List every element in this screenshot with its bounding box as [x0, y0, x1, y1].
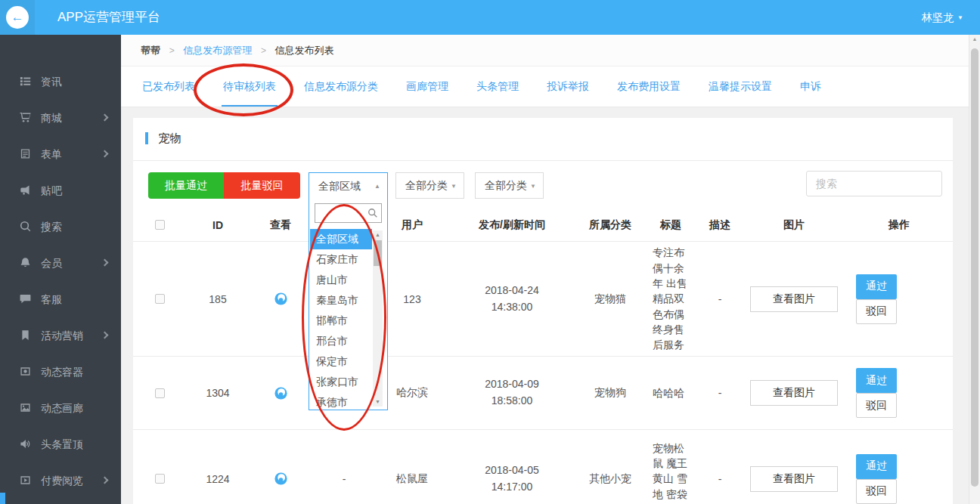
cell-user: 哈尔滨 — [396, 386, 428, 400]
tab-complaints[interactable]: 投诉举报 — [545, 66, 591, 107]
region-option[interactable]: 全部区域 — [310, 229, 372, 249]
region-option[interactable]: 保定市 — [310, 351, 372, 372]
scroll-up-icon[interactable]: ▲ — [373, 230, 383, 240]
tab-published-list[interactable]: 已发布列表 — [141, 66, 197, 107]
sidebar-item-support[interactable]: 客服 — [0, 281, 121, 317]
section-accent-bar — [145, 132, 148, 144]
tab-appeal[interactable]: 申诉 — [799, 66, 823, 107]
speaker-icon — [20, 438, 31, 450]
sidebar-item-paid-reading[interactable]: 付费阅览 — [0, 462, 121, 499]
search-icon — [20, 221, 31, 232]
dropdown-scrollbar[interactable]: ▲ ▼ — [373, 230, 383, 407]
tab-tips-settings[interactable]: 温馨提示设置 — [707, 66, 774, 107]
chevron-right-icon — [101, 477, 109, 484]
row-checkbox[interactable] — [155, 388, 165, 398]
category-filter-2[interactable]: 全部分类 ▼ — [475, 172, 544, 199]
sidebar-item-members[interactable]: 会员 — [0, 245, 121, 281]
region-option[interactable]: 邢台市 — [310, 331, 372, 351]
breadcrumb-link-parent[interactable]: 信息发布源管理 — [183, 45, 252, 56]
sidebar-item-label: 活动营销 — [41, 329, 83, 342]
sidebar-item-headline-pin[interactable]: 头条置顶 — [0, 426, 121, 462]
tab-fee-settings[interactable]: 发布费用设置 — [616, 66, 682, 107]
cell-actions: 通过 驳回 — [845, 454, 897, 504]
reject-button[interactable]: 驳回 — [856, 393, 897, 418]
cell-desc: - — [718, 473, 722, 485]
sidebar-scroll-indicator — [0, 493, 5, 504]
tab-pending-review[interactable]: 待审核列表 — [222, 66, 278, 107]
sidebar-item-dynamic-gallery[interactable]: 动态画廊 — [0, 390, 121, 426]
sidebar-item-label: 会员 — [41, 257, 62, 269]
approve-button[interactable]: 通过 — [856, 368, 897, 393]
sidebar-item-label: 动态容器 — [41, 366, 83, 378]
sidebar-item-label: 动态画廊 — [41, 402, 83, 414]
reject-button[interactable]: 驳回 — [856, 299, 897, 324]
region-option[interactable]: 张家口市 — [310, 372, 372, 392]
sidebar-item-search[interactable]: 搜索 — [0, 209, 121, 245]
region-option[interactable]: 秦皇岛市 — [310, 290, 372, 311]
row-checkbox[interactable] — [155, 474, 165, 484]
col-desc: 描述 — [709, 218, 730, 232]
reject-button[interactable]: 驳回 — [856, 479, 897, 504]
region-filter[interactable]: 全部区域 ▲ — [309, 173, 387, 199]
batch-approve-button[interactable]: 批量通过 — [148, 172, 224, 199]
approve-button[interactable]: 通过 — [856, 274, 897, 299]
scrollbar-thumb[interactable] — [971, 48, 978, 487]
review-table: ID 查看 用户 发布/刷新时间 所属分类 标题 描述 图片 操作 185 12… — [133, 209, 953, 504]
tab-headline-management[interactable]: 头条管理 — [475, 66, 520, 107]
view-eye-icon[interactable] — [274, 387, 287, 400]
cell-desc: - — [718, 293, 722, 305]
username: 林坚龙 — [922, 11, 954, 23]
sidebar-item-mall[interactable]: 商城 — [0, 100, 121, 136]
cell-time: 2018-04-0514:17:00 — [485, 462, 539, 495]
region-option[interactable]: 邯郸市 — [310, 311, 372, 331]
cell-time: 2018-04-0918:58:00 — [485, 376, 539, 409]
breadcrumb-current: 信息发布列表 — [275, 45, 334, 56]
approve-button[interactable]: 通过 — [856, 454, 897, 479]
col-image: 图片 — [783, 218, 805, 232]
batch-reject-button[interactable]: 批量驳回 — [224, 172, 300, 199]
chevron-right-icon — [101, 150, 109, 158]
view-image-button[interactable]: 查看图片 — [750, 380, 838, 406]
cell-id: 1304 — [206, 387, 229, 399]
scroll-up-icon[interactable]: ▲ — [969, 36, 980, 42]
select-all-checkbox[interactable] — [155, 220, 165, 230]
sidebar-item-tieba[interactable]: 贴吧 — [0, 172, 121, 209]
sidebar-item-marketing[interactable]: 活动营销 — [0, 317, 121, 354]
tab-gallery-management[interactable]: 画廊管理 — [405, 66, 450, 107]
scrollbar-thumb[interactable] — [374, 240, 382, 266]
bell-icon — [20, 257, 31, 268]
sidebar-item-label: 搜索 — [41, 221, 62, 233]
sidebar-item-label: 头条置顶 — [41, 438, 83, 450]
view-eye-icon[interactable] — [274, 292, 287, 305]
sidebar-item-forms[interactable]: 表单 — [0, 136, 121, 172]
cell-id: 185 — [209, 293, 226, 305]
region-option[interactable]: 承德市 — [310, 392, 372, 410]
cell-actions: 通过 驳回 — [845, 274, 897, 324]
app-title: APP运营管理平台 — [57, 0, 160, 35]
region-option[interactable]: 唐山市 — [310, 270, 372, 290]
col-actions: 操作 — [889, 218, 910, 232]
sidebar-item-label: 表单 — [41, 148, 62, 160]
user-menu[interactable]: 林坚龙▼ — [922, 0, 963, 36]
sidebar-item-label: 付费阅览 — [41, 475, 83, 487]
search-input[interactable] — [806, 171, 942, 196]
scroll-down-icon[interactable]: ▼ — [373, 397, 383, 407]
cell-id: 1224 — [206, 473, 229, 485]
category-filter-1-value: 全部分类 — [405, 179, 448, 191]
category-filter-1[interactable]: 全部分类 ▼ — [395, 172, 464, 199]
view-image-button[interactable]: 查看图片 — [750, 286, 838, 312]
row-checkbox[interactable] — [155, 294, 165, 304]
container-icon — [20, 366, 31, 377]
sidebar-item-news[interactable]: 资讯 — [0, 63, 121, 100]
view-eye-icon[interactable] — [274, 472, 287, 485]
table-row: 1304 哈尔滨 2018-04-0918:58:00 宠物狗 哈哈哈 - 查看… — [133, 357, 953, 430]
date: 2018-04-24 — [485, 284, 539, 296]
tab-source-category[interactable]: 信息发布源分类 — [302, 66, 380, 107]
view-image-button[interactable]: 查看图片 — [750, 466, 838, 492]
back-button[interactable]: ← — [6, 6, 29, 29]
page-scrollbar[interactable]: ▲ — [969, 35, 980, 504]
divider — [133, 160, 953, 161]
region-option[interactable]: 石家庄市 — [310, 249, 372, 270]
col-category: 所属分类 — [589, 218, 631, 232]
sidebar-item-dynamic-container[interactable]: 动态容器 — [0, 354, 121, 390]
